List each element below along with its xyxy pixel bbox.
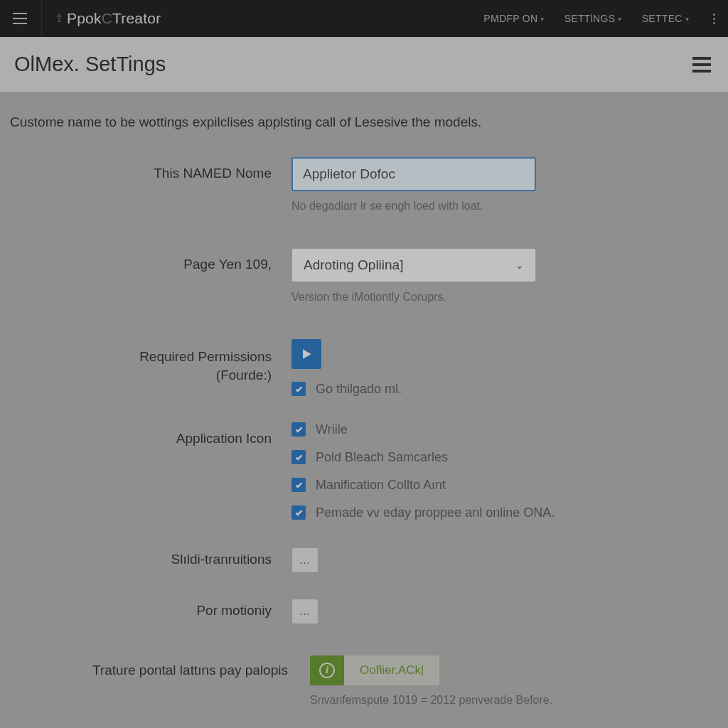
topbar-item-settings[interactable]: SETTlNGS▾	[564, 13, 622, 24]
checkbox-pemade-label: Pemade vv eday proppee anl online ONA.	[316, 505, 555, 520]
settings-form: This NAMED Nome No degadiarr lr se engh …	[0, 157, 728, 729]
checkbox-go[interactable]	[291, 382, 306, 396]
portal-hint: Snvanfemspute 1019 = 2012 penverade Befo…	[310, 694, 708, 707]
chevron-down-icon: ▾	[618, 15, 621, 23]
checkbox-pold-label: Pold Bleach Samcarles	[316, 450, 448, 465]
appicon-label: Application Icon	[0, 422, 291, 446]
version-select[interactable]: Adroting Opliina] ⌄	[291, 248, 536, 282]
checkbox-wrile[interactable]	[291, 422, 306, 437]
portal-action-button[interactable]: Ooflier.ACk|	[344, 655, 439, 685]
info-icon: i	[319, 663, 335, 678]
brand-text: PpokCTreator	[67, 10, 161, 27]
page-description: Custome name to be wottings expilclises …	[0, 92, 728, 157]
page-title: OlMex. SetTings	[14, 53, 166, 76]
divider	[41, 0, 42, 37]
topbar-item-settec[interactable]: SETTEC▾	[642, 13, 689, 24]
checkbox-pold[interactable]	[291, 450, 306, 464]
page-menu-icon[interactable]	[692, 57, 711, 73]
transitions-label: Slıldi-tranruitions	[0, 547, 291, 567]
checkbox-wrile-label: Wriile	[316, 422, 348, 437]
transitions-browse-button[interactable]: …	[291, 547, 318, 573]
checkbox-manification[interactable]	[291, 478, 306, 492]
name-hint: No degadiarr lr se engh loed with loat.	[291, 200, 690, 213]
version-hint: Version the iMotiontly Coruprs.	[291, 291, 690, 304]
info-button[interactable]: i	[310, 655, 344, 685]
version-selected: Adroting Opliina]	[304, 257, 403, 273]
chevron-down-icon: ▾	[540, 15, 544, 23]
chevron-down-icon: ▾	[685, 15, 689, 23]
checkbox-manification-label: Manification Collto Aınt	[316, 478, 446, 493]
topbar-item-pmdfp[interactable]: PMDFP ON▾	[483, 13, 544, 24]
motion-browse-button[interactable]: …	[291, 599, 318, 624]
checkbox-go-label: Go thilgado ml.	[316, 382, 402, 397]
portal-label: Trature pontal lattıns pay palopis	[0, 655, 310, 678]
name-input[interactable]	[291, 157, 536, 191]
name-label: This NAMED Nome	[0, 157, 291, 181]
motion-label: Por motioniy	[0, 599, 291, 619]
topbar: ⇪ PpokCTreator PMDFP ON▾ SETTlNGS▾ SETTE…	[0, 0, 728, 37]
chevron-down-icon: ⌄	[515, 259, 524, 271]
permissions-label: Required Permissions (Fourde:)	[0, 339, 291, 385]
brand-icon: ⇪	[55, 12, 64, 25]
topbar-menu: PMDFP ON▾ SETTlNGS▾ SETTEC▾	[483, 9, 722, 28]
play-icon	[299, 347, 314, 361]
play-button[interactable]	[291, 339, 321, 369]
checkbox-pemade[interactable]	[291, 505, 306, 520]
page-header: OlMex. SetTings	[0, 37, 728, 92]
version-label: Page Yen 109,	[0, 248, 291, 272]
hamburger-menu-icon[interactable]	[6, 4, 34, 33]
brand-logo[interactable]: ⇪ PpokCTreator	[55, 10, 161, 27]
kebab-menu-icon[interactable]	[709, 9, 719, 28]
